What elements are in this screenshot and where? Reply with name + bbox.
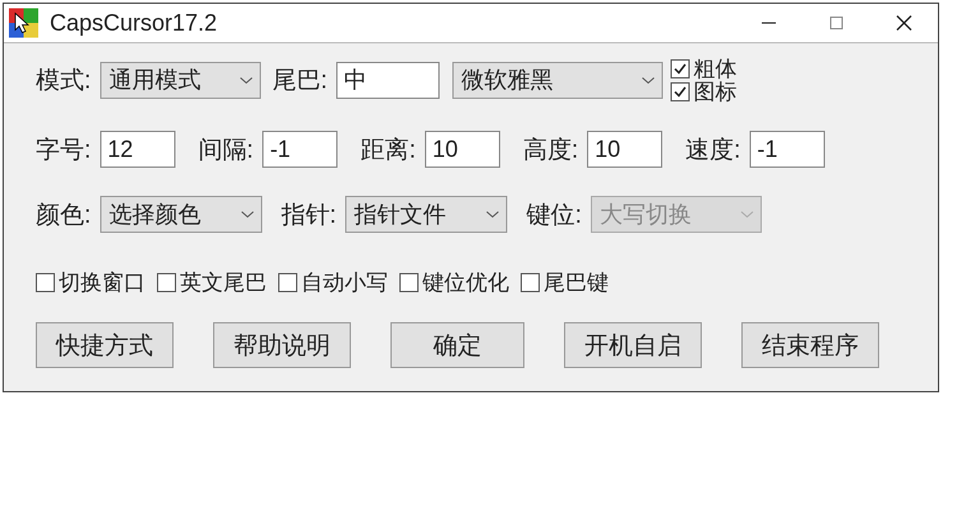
font-combo[interactable]: 微软雅黑 (452, 62, 663, 99)
key-optimize-label: 键位优化 (422, 271, 509, 294)
close-button[interactable] (870, 3, 938, 43)
row-buttons: 快捷方式 帮助说明 确定 开机自启 结束程序 (36, 322, 912, 368)
speed-label: 速度: (685, 133, 741, 166)
svg-rect-1 (24, 8, 38, 23)
key-combo: 大写切换 (591, 196, 762, 233)
distance-label: 距离: (360, 133, 416, 166)
icon-checkbox-label: 图标 (694, 80, 737, 103)
mode-combo-text: 通用模式 (109, 64, 201, 96)
key-optimize-checkbox[interactable]: 键位优化 (399, 271, 509, 294)
row-options: 切换窗口 英文尾巴 自动小写 键位优化 尾巴键 (36, 271, 912, 294)
row-numbers: 字号: 12 间隔: -1 距离: 10 高度: 10 速度: -1 (36, 131, 912, 168)
bold-checkbox-label: 粗体 (694, 57, 737, 80)
tail-input[interactable]: 中 (336, 62, 440, 99)
chevron-down-icon (241, 210, 255, 219)
key-label: 键位: (526, 198, 582, 231)
autostart-button[interactable]: 开机自启 (564, 322, 702, 368)
chevron-down-icon (239, 76, 253, 85)
row-mode: 模式: 通用模式 尾巴: 中 微软雅黑 粗体 图标 (36, 57, 912, 103)
tail-key-label: 尾巴键 (544, 271, 609, 294)
switch-window-checkbox[interactable]: 切换窗口 (36, 271, 145, 294)
font-combo-text: 微软雅黑 (461, 64, 553, 96)
interval-label: 间隔: (198, 133, 254, 166)
chevron-down-icon (740, 210, 754, 219)
exit-button[interactable]: 结束程序 (741, 322, 879, 368)
english-tail-checkbox[interactable]: 英文尾巴 (157, 271, 267, 294)
switch-window-label: 切换窗口 (59, 271, 145, 294)
chevron-down-icon (641, 76, 655, 85)
client-area: 模式: 通用模式 尾巴: 中 微软雅黑 粗体 图标 (4, 43, 938, 391)
fontsize-label: 字号: (36, 133, 91, 166)
key-combo-text: 大写切换 (600, 199, 692, 230)
pointer-label: 指针: (281, 198, 337, 231)
height-input[interactable]: 10 (587, 131, 662, 168)
mode-label: 模式: (36, 64, 91, 96)
fontsize-input[interactable]: 12 (100, 131, 175, 168)
color-combo-text: 选择颜色 (109, 199, 201, 230)
minimize-button[interactable] (735, 3, 803, 43)
interval-input[interactable]: -1 (262, 131, 338, 168)
tail-key-checkbox[interactable]: 尾巴键 (521, 271, 609, 294)
color-combo[interactable]: 选择颜色 (100, 196, 262, 233)
speed-input[interactable]: -1 (750, 131, 825, 168)
auto-lowercase-label: 自动小写 (301, 271, 388, 294)
pointer-combo[interactable]: 指针文件 (345, 196, 507, 233)
auto-lowercase-checkbox[interactable]: 自动小写 (278, 271, 388, 294)
color-label: 颜色: (36, 198, 91, 231)
app-window: CapsCursor17.2 模式: 通用模式 尾巴: 中 微软雅黑 (3, 3, 939, 392)
ok-button[interactable]: 确定 (390, 322, 524, 368)
app-icon (9, 8, 38, 38)
row-selectors: 颜色: 选择颜色 指针: 指针文件 键位: 大写切换 (36, 196, 912, 233)
shortcut-button[interactable]: 快捷方式 (36, 322, 174, 368)
english-tail-label: 英文尾巴 (180, 271, 267, 294)
tail-label: 尾巴: (272, 64, 328, 96)
height-label: 高度: (523, 133, 579, 166)
chevron-down-icon (486, 210, 500, 219)
pointer-combo-text: 指针文件 (354, 199, 446, 230)
distance-input[interactable]: 10 (425, 131, 500, 168)
help-button[interactable]: 帮助说明 (213, 322, 351, 368)
bold-checkbox[interactable]: 粗体 (671, 57, 737, 80)
maximize-button[interactable] (803, 3, 870, 43)
window-title: CapsCursor17.2 (50, 10, 217, 36)
titlebar: CapsCursor17.2 (4, 4, 938, 43)
svg-rect-5 (831, 17, 842, 29)
mode-combo[interactable]: 通用模式 (100, 62, 261, 99)
icon-checkbox[interactable]: 图标 (671, 80, 737, 103)
